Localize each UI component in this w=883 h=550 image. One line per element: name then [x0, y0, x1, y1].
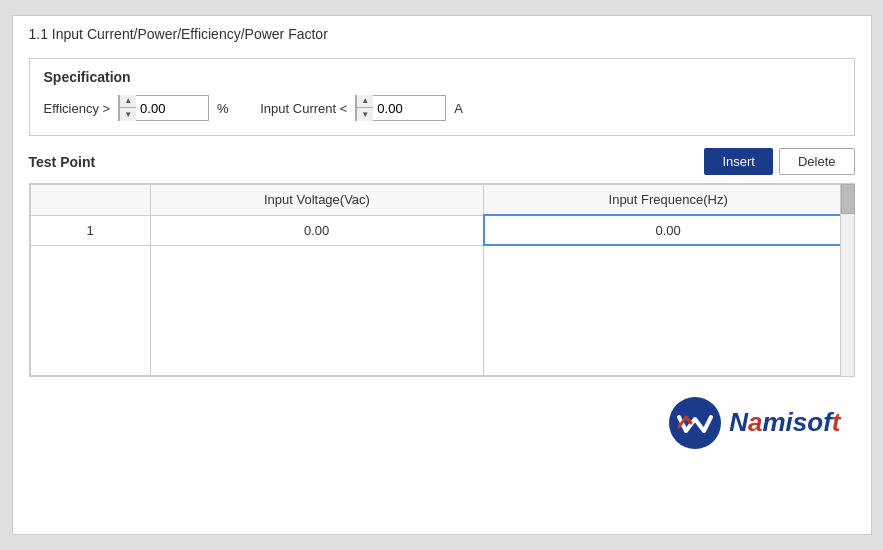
input-current-spinner[interactable]: ▲ ▼ — [355, 95, 446, 121]
col-header-frequency: Input Frequence(Hz) — [484, 185, 853, 216]
logo-icon — [669, 397, 721, 449]
row-voltage: 0.00 — [150, 215, 484, 245]
efficiency-up-btn[interactable]: ▲ — [120, 95, 136, 108]
spec-row: Efficiency > ▲ ▼ % Input Current < ▲ ▼ A — [44, 95, 840, 121]
input-current-label: Input Current < — [260, 101, 347, 116]
row-index: 1 — [30, 215, 150, 245]
efficiency-spinner[interactable]: ▲ ▼ — [118, 95, 209, 121]
input-current-spinner-buttons[interactable]: ▲ ▼ — [356, 95, 373, 121]
input-current-unit: A — [454, 101, 463, 116]
efficiency-input[interactable] — [136, 96, 208, 120]
col-header-voltage: Input Voltage(Vac) — [150, 185, 484, 216]
specification-section: Specification Efficiency > ▲ ▼ % Input C… — [29, 58, 855, 136]
logo-svg — [673, 401, 717, 445]
svg-point-0 — [673, 401, 717, 445]
logo-brand-name: Namisoft — [729, 407, 840, 438]
input-current-up-btn[interactable]: ▲ — [357, 95, 373, 108]
delete-button[interactable]: Delete — [779, 148, 855, 175]
page-title: 1.1 Input Current/Power/Efficiency/Power… — [13, 16, 871, 50]
scrollbar-track[interactable] — [840, 184, 854, 376]
col-header-index — [30, 185, 150, 216]
efficiency-unit: % — [217, 101, 229, 116]
main-panel: 1.1 Input Current/Power/Efficiency/Power… — [12, 15, 872, 535]
test-point-table: Input Voltage(Vac) Input Frequence(Hz) 1… — [30, 184, 854, 376]
empty-row — [30, 245, 853, 375]
table-container: Input Voltage(Vac) Input Frequence(Hz) 1… — [29, 183, 855, 377]
efficiency-down-btn[interactable]: ▼ — [120, 108, 136, 121]
logo-area: Namisoft — [13, 377, 871, 459]
table-header-row: Input Voltage(Vac) Input Frequence(Hz) — [30, 185, 853, 216]
test-point-section: Test Point Insert Delete Input Voltage(V… — [29, 148, 855, 377]
test-point-title: Test Point — [29, 154, 96, 170]
spec-title: Specification — [44, 69, 840, 85]
scrollbar-thumb[interactable] — [841, 184, 855, 214]
input-current-down-btn[interactable]: ▼ — [357, 108, 373, 121]
row-frequency[interactable]: 0.00 — [484, 215, 853, 245]
efficiency-spinner-buttons[interactable]: ▲ ▼ — [119, 95, 136, 121]
test-header: Test Point Insert Delete — [29, 148, 855, 175]
efficiency-label: Efficiency > — [44, 101, 111, 116]
table-row: 1 0.00 0.00 — [30, 215, 853, 245]
insert-button[interactable]: Insert — [704, 148, 773, 175]
input-current-input[interactable] — [373, 96, 445, 120]
button-row: Insert Delete — [704, 148, 854, 175]
